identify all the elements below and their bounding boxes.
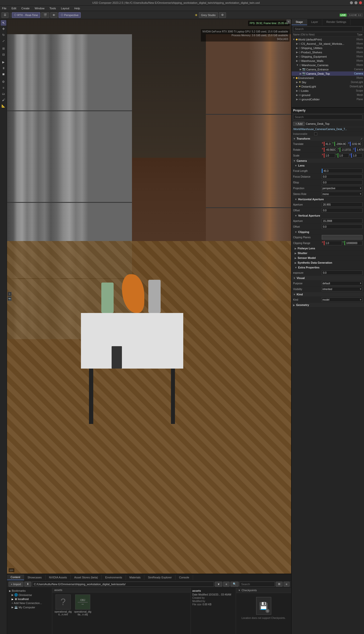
tab-nvidia-assets[interactable]: NVIDIA Assets xyxy=(46,575,71,580)
rtab-layer[interactable]: Layer xyxy=(307,19,323,25)
translate-y[interactable]: -2064.8C xyxy=(334,142,348,146)
clipping-range-x[interactable]: 1.0 xyxy=(324,241,342,245)
prop-add-btn[interactable]: + Add xyxy=(293,122,305,126)
grid-btn[interactable]: ⊟ xyxy=(1,52,6,57)
close-btn[interactable] xyxy=(359,1,362,4)
prop-section-kind[interactable]: ▼ Kind xyxy=(292,292,364,297)
tab-content[interactable]: Content xyxy=(7,575,24,580)
v-offset-input[interactable]: 0.0 xyxy=(322,224,362,229)
path-filter-btn1[interactable]: ▼ xyxy=(215,582,222,587)
tab-asset-stores[interactable]: Asset Stores (beta) xyxy=(71,575,102,580)
toolbar-menu-btn[interactable]: ☰ xyxy=(2,12,9,18)
move-tool-btn[interactable]: ✥ xyxy=(1,26,6,32)
instanceable-checkbox[interactable] xyxy=(314,132,317,135)
exposure-input[interactable]: 0.0 xyxy=(322,270,362,275)
kind-dropdown[interactable]: model ▼ xyxy=(322,297,362,302)
prop-section-extra-props[interactable]: ▼ Extra Properties xyxy=(292,265,364,270)
rotate-tool-btn[interactable]: ↻ xyxy=(1,32,6,38)
purpose-dropdown[interactable]: default ▼ xyxy=(322,281,362,286)
visibility-dropdown[interactable]: inherited ▼ xyxy=(322,287,362,291)
focal-length-input[interactable]: 40.3 xyxy=(322,169,362,173)
stage-row-camera-entrance[interactable]: ▶ 📷 Camera_Entrance Camera xyxy=(292,67,364,71)
stage-row-environment[interactable]: ▼ ◆ Environment Xform xyxy=(292,76,364,80)
prop-section-synthetic-data[interactable]: ▶ Synthetic Data Generation xyxy=(292,260,364,265)
scale-tool-btn[interactable]: ⤢ xyxy=(1,38,6,44)
menu-window[interactable]: Window xyxy=(34,6,46,10)
asset-item-1[interactable]: OBJ ▪▪▪ operational_digita...n.obj xyxy=(74,595,92,616)
menu-layout[interactable]: Layout xyxy=(60,6,70,10)
menu-file[interactable]: File xyxy=(1,6,8,10)
toolbar-icon-btn1[interactable]: 🎬 xyxy=(41,12,49,18)
prop-section-geometry[interactable]: ▶ Geometry xyxy=(292,303,364,307)
prop-section-h-aperture[interactable]: ▼ Horizontal Aperture xyxy=(292,197,364,202)
stage-row-world[interactable]: ▼ ◆ World (defaultPrim) Xform xyxy=(292,37,364,42)
clipping-range-y[interactable]: 10000000 xyxy=(344,241,362,245)
translate-z[interactable]: 2232.9C xyxy=(350,142,362,146)
prop-section-clipping[interactable]: ▼ Clipping xyxy=(292,230,364,234)
grey-studio-btn[interactable]: Grey Studio xyxy=(199,12,218,18)
prop-section-sensor-model[interactable]: ▶ Sensor Model xyxy=(292,256,364,260)
path-filter-btn2[interactable]: ≡ xyxy=(223,582,229,587)
list-view-btn[interactable]: ≡ xyxy=(284,582,290,587)
viewport-camera-btn[interactable]: 📷 xyxy=(8,297,12,301)
stage-row-distantlight[interactable]: ▶ ✦ DistantLight DistantLight xyxy=(292,84,364,89)
stage-row-camera-desk-top[interactable]: ▶ 📷 Camera_Desk_Top Camera xyxy=(292,71,364,76)
prop-section-fisheye[interactable]: ▶ Fisheye Lens xyxy=(292,246,364,251)
viewport-canvas[interactable]: FPS: 39.92, Frame time: 25.05 ms NVIDIA … xyxy=(7,19,291,574)
menu-edit[interactable]: Edit xyxy=(11,6,17,10)
play-btn[interactable]: ▶ xyxy=(1,59,6,65)
property-search-input[interactable] xyxy=(293,114,362,120)
stage-row-looks[interactable]: ▶ ◇ Looks Scope xyxy=(292,89,364,93)
tree-bookmarks[interactable]: ▶ Bookmarks xyxy=(8,589,51,593)
stage-row-warehouse-cameras[interactable]: ▼ ◇ Warehouse_Cameras Xform xyxy=(292,63,364,67)
rtx-btn[interactable]: ⬡ RTX - Real-Time xyxy=(12,12,40,18)
snap-btn[interactable]: ⊞ xyxy=(1,46,6,51)
tree-add-connection[interactable]: + Add New Connection... xyxy=(8,601,51,605)
stage-row-shipping-utilities[interactable]: ▶ ◇ Shipping_Utilities Xform xyxy=(292,46,364,50)
stereo-role-dropdown[interactable]: mono ▼ xyxy=(322,192,362,196)
filter-btn[interactable]: ⬇ xyxy=(24,582,31,587)
path-input[interactable] xyxy=(32,582,214,587)
settings-btn1[interactable]: ⚙ xyxy=(1,79,6,85)
toolbar-icon-btn2[interactable]: 👁 xyxy=(50,12,58,18)
focus-distance-input[interactable]: 0.0 xyxy=(322,174,362,179)
tab-console[interactable]: Console xyxy=(175,575,193,580)
stage-row-warehouse-walls[interactable]: ▶ ◇ Warehouse_Walls Xform xyxy=(292,59,364,63)
camera-settings-btn[interactable]: ⚙ xyxy=(219,12,226,18)
tree-localhost[interactable]: ▶ 🖥 localhost xyxy=(8,597,51,601)
fstop-input[interactable]: 0.0 xyxy=(322,180,362,185)
rotate-y[interactable]: -2.13721 xyxy=(340,147,352,152)
stage-row-ground[interactable]: ▶ ▭ ground Mesh xyxy=(292,93,364,97)
menu-tools[interactable]: Tools xyxy=(49,6,57,10)
select-tool-btn[interactable]: ↖ xyxy=(1,20,6,26)
stage-row-groundcollider[interactable]: ▶ ▭ groundCollider Plane xyxy=(292,97,364,101)
tree-my-computer[interactable]: ▶ 💻 My Computer xyxy=(8,605,51,609)
prop-section-camera[interactable]: ▼ Camera xyxy=(292,158,364,163)
minimize-btn[interactable] xyxy=(350,1,353,4)
menu-help[interactable]: Help xyxy=(73,6,81,10)
search-input[interactable] xyxy=(240,582,275,587)
perspective-btn[interactable]: ⬡ Perspective xyxy=(59,12,81,18)
rotate-z[interactable]: 1.47374 xyxy=(355,147,364,152)
layer-btn[interactable]: 🗂 xyxy=(1,91,6,97)
menu-create[interactable]: Create xyxy=(20,6,31,10)
prop-section-lens[interactable]: ▼ Lens xyxy=(292,163,364,168)
v-aperture-input[interactable]: 15.2908 xyxy=(322,219,362,223)
paint-btn[interactable]: 🖌 xyxy=(1,97,6,103)
prop-section-shutter[interactable]: ▶ Shutter xyxy=(292,251,364,256)
prop-section-transform[interactable]: ▼ Transform ⤢ xyxy=(292,136,364,141)
viewport-close-btn[interactable]: ✕ xyxy=(287,20,291,24)
asset-item-0[interactable]: ? operational_digit...n.nml xyxy=(54,595,72,616)
rtab-render-settings[interactable]: Render Settings xyxy=(322,19,350,25)
prop-section-v-aperture[interactable]: ▼ Vertical Aperture xyxy=(292,213,364,218)
rtab-stage[interactable]: Stage xyxy=(292,19,307,25)
scale-x[interactable]: 1.0 xyxy=(324,153,335,158)
search-btn[interactable]: 🔍 xyxy=(231,582,239,587)
stage-row-sky[interactable]: ▶ ☀ Sky DomeLight xyxy=(292,80,364,84)
viewport-gear-btn[interactable]: ⚙ xyxy=(8,292,12,296)
tab-environments[interactable]: Environments xyxy=(102,575,126,580)
h-offset-input[interactable]: 0.0 xyxy=(322,208,362,213)
projection-dropdown[interactable]: perspective ▼ xyxy=(322,186,362,190)
stage-row-cs-ascend[interactable]: ▶ ◇ CS_Ascend__Sit_stand_Worksta... Xfor… xyxy=(292,42,364,46)
rotate-x[interactable]: -43.582C xyxy=(324,147,337,152)
